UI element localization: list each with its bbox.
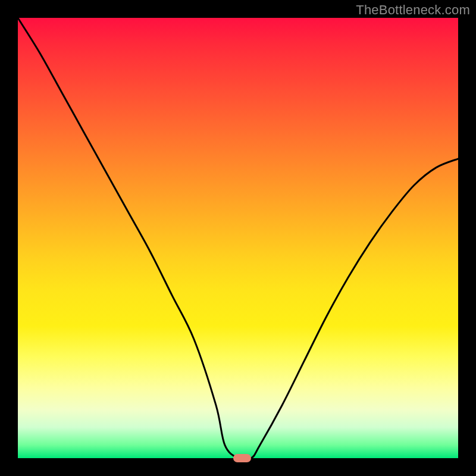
chart-frame: TheBottleneck.com: [0, 0, 476, 476]
minimum-marker: [233, 454, 251, 462]
bottleneck-curve: [18, 18, 458, 458]
watermark-text: TheBottleneck.com: [356, 2, 470, 18]
plot-area: [18, 18, 458, 458]
